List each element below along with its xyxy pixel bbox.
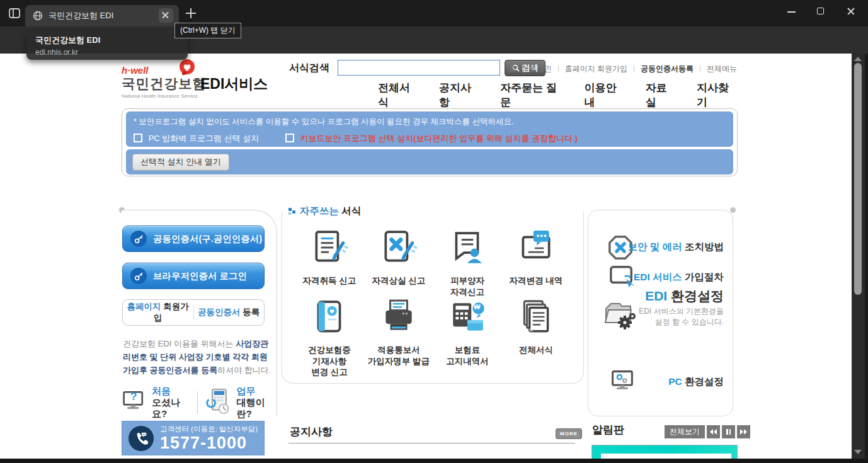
logo-heart-icon — [178, 59, 196, 79]
link-join[interactable]: 홈페이지 회원가입 — [565, 64, 627, 74]
membership-info-text: 건강보험 EDI 이용을 위해서는 사업장관리번호 및 단위 사업장 기호별 각… — [123, 338, 271, 377]
new-tab-icon[interactable] — [186, 8, 196, 18]
tab-bar: 국민건강보험 EDI — [0, 0, 868, 26]
folder-gear-icon — [602, 297, 637, 333]
form-item-change-history[interactable]: 자격변경 내역 — [501, 229, 571, 287]
key-icon — [130, 231, 147, 247]
monitor-chat-icon — [517, 229, 556, 268]
close-window-button[interactable] — [847, 7, 855, 16]
printer-icon — [379, 298, 418, 337]
form-search-label: 서식검색 — [289, 62, 329, 75]
form-item-print-roster[interactable]: 적용통보서 가입자명부 발급 — [363, 298, 434, 367]
frequent-forms-title: 자주쓰는 서식 — [287, 205, 367, 218]
quick-join-procedure[interactable]: EDI 서비스 가입절차 — [634, 271, 724, 284]
window-right-edge — [865, 54, 868, 459]
browser-window: 국민건강보험 EDI https://edi.nhis.or.kr/homeap… — [0, 0, 868, 463]
board-controls: 전체보기 — [665, 425, 750, 438]
keyboard-security-checkbox[interactable] — [285, 134, 294, 142]
browser-tab[interactable]: 국민건강보험 EDI — [25, 5, 179, 26]
calculator-clock-icon — [205, 388, 232, 417]
nav-guide[interactable]: 이용안내 — [585, 81, 625, 110]
board-pause-icon[interactable] — [722, 425, 735, 438]
security-notice-panel: * 보안프로그램 설치 없이도 서비스를 이용할 수 있으나 프로그램 사용이 … — [122, 108, 738, 176]
firewall-checkbox[interactable] — [134, 134, 142, 142]
firewall-checkbox-label[interactable]: PC 방화벽 프로그램 선택 설치 — [149, 134, 260, 143]
cert-register-link[interactable]: 공동인증서 등록 — [194, 307, 265, 318]
nav-branch[interactable]: 지사찾기 — [697, 81, 737, 110]
utility-links: 홈 로그인 홈페이지 회원가입 공동인증서등록 전체메뉴 — [441, 64, 737, 74]
form-item-acquire[interactable]: 자격취득 신고 — [294, 229, 365, 287]
link-cert-register[interactable]: 공동인증서등록 — [641, 64, 694, 74]
membership-box: 홈페이지 회원가입 공동인증서 등록 — [122, 299, 265, 326]
callcenter-phone: 1577-1000 — [160, 434, 258, 452]
form-item-dependent[interactable]: 피부양자 자격신고 — [432, 229, 503, 297]
board-next-icon[interactable] — [737, 425, 750, 438]
document-pen-icon — [310, 229, 349, 268]
browser-cert-login-button[interactable]: 브라우저인증서 로그인 — [122, 263, 265, 289]
install-guide-bar: 선택적 설치 안내 열기 — [126, 149, 733, 174]
health-card-book-icon — [310, 298, 349, 337]
form-item-loss[interactable]: 자격상실 신고 — [363, 229, 434, 287]
quick-pc-settings[interactable]: PC 환경설정 — [668, 375, 724, 389]
stacked-papers-icon — [517, 298, 556, 337]
hover-card-title: 국민건강보험 EDI — [35, 35, 179, 46]
help-links-row: ? 처음오셨나요? 업무대행이란? — [122, 388, 273, 417]
document-x-icon — [379, 229, 418, 268]
quick-security-error[interactable]: 보안 및 에러 조치방법 — [628, 241, 724, 254]
cert-login-button[interactable]: 공동인증서(구.공인인증서) — [122, 226, 265, 252]
callcenter-banner: 고객센터 (이용료: 발신자부담) 1577-1000 — [122, 421, 265, 455]
window-bottom-edge — [0, 459, 868, 463]
phone-icon — [128, 426, 154, 451]
board-prev-icon[interactable] — [707, 425, 720, 438]
minimize-button[interactable] — [787, 11, 796, 13]
quick-menu-card: 보안 및 에러 조치방법 EDI 서비스 가입절차 EDI 환경설정 EDI 서… — [588, 210, 733, 416]
tablet-touch-icon — [608, 265, 635, 290]
tab-close-icon[interactable] — [159, 8, 173, 23]
globe-icon — [33, 11, 43, 21]
person-chat-icon — [448, 229, 487, 268]
first-visit-link[interactable]: ? 처음오셨나요? — [122, 386, 188, 420]
keyboard-security-label[interactable]: 키보드보안 프로그램 선택 설치(보다편리한 업무를 위해 설치를 권장합니다.… — [300, 134, 578, 143]
security-notice-text: * 보안프로그램 설치 없이도 서비스를 이용할 수 있으나 프로그램 사용이 … — [134, 117, 726, 127]
board-banner[interactable] — [591, 445, 738, 459]
nav-faq[interactable]: 자주묻는 질문 — [500, 81, 564, 110]
service-title: EDI서비스 — [200, 74, 268, 94]
workspaces-icon[interactable] — [8, 7, 21, 20]
divider-dot-right — [730, 207, 736, 213]
homepage-join-link[interactable]: 홈페이지 회원가입 — [123, 301, 193, 324]
pc-gear-icon — [610, 369, 635, 393]
scroll-up-icon[interactable] — [854, 57, 862, 61]
notice-section-title: 공지사항 — [290, 425, 333, 439]
notice-more-button[interactable]: MORE — [556, 428, 582, 439]
callcenter-label: 고객센터 (이용료: 발신자부담) — [160, 425, 258, 434]
page-content: h·well 국민건강보험 National Health Insurance … — [0, 54, 852, 459]
scrollbar-thumb[interactable] — [854, 63, 862, 295]
calculator-won-icon — [448, 298, 487, 337]
form-item-card-change[interactable]: 건강보험증 기재사항 변경 신고 — [294, 298, 365, 378]
tab-hover-card: 국민건강보험 EDI edi.nhis.or.kr — [26, 30, 188, 60]
board-viewall-button[interactable]: 전체보기 — [665, 425, 705, 438]
key-icon — [130, 268, 147, 284]
title-bullet-icon — [288, 208, 295, 215]
nav-archive[interactable]: 자료실 — [646, 81, 676, 110]
agency-link[interactable]: 업무대행이란? — [205, 386, 273, 420]
link-login[interactable]: 로그인 — [529, 64, 552, 74]
nav-all-forms[interactable]: 전체서식 — [378, 81, 418, 110]
tab-title: 국민건강보험 EDI — [49, 10, 174, 21]
nav-notice[interactable]: 공지사항 — [439, 81, 479, 110]
quick-edi-settings-desc: EDI 서비스의 기본환경을 설정 할 수 있습니다. — [639, 306, 724, 328]
maximize-button[interactable] — [817, 8, 824, 14]
link-home[interactable]: 홈 — [508, 64, 516, 74]
security-notice-box: * 보안프로그램 설치 없이도 서비스를 이용할 수 있으나 프로그램 사용이 … — [126, 111, 733, 147]
quick-edi-settings[interactable]: EDI 환경설정 — [645, 287, 724, 305]
login-card: 공동인증서(구.공인인증서) 브라우저인증서 로그인 홈페이지 회원가입 공동인… — [122, 210, 277, 416]
form-item-premium-notice[interactable]: ₩ 보험료 고지내역서 — [432, 298, 503, 367]
notice-divider — [288, 443, 575, 443]
page-scrollbar[interactable] — [852, 54, 865, 459]
hover-card-domain: edi.nhis.or.kr — [35, 48, 179, 57]
form-item-all-forms[interactable]: 전체서식 — [501, 298, 571, 356]
main-nav: 전체서식 공지사항 자주묻는 질문 이용안내 자료실 지사찾기 — [378, 81, 737, 110]
install-guide-button[interactable]: 선택적 설치 안내 열기 — [132, 154, 229, 171]
scroll-down-icon[interactable] — [854, 450, 862, 454]
link-allmenu[interactable]: 전체메뉴 — [707, 64, 737, 74]
